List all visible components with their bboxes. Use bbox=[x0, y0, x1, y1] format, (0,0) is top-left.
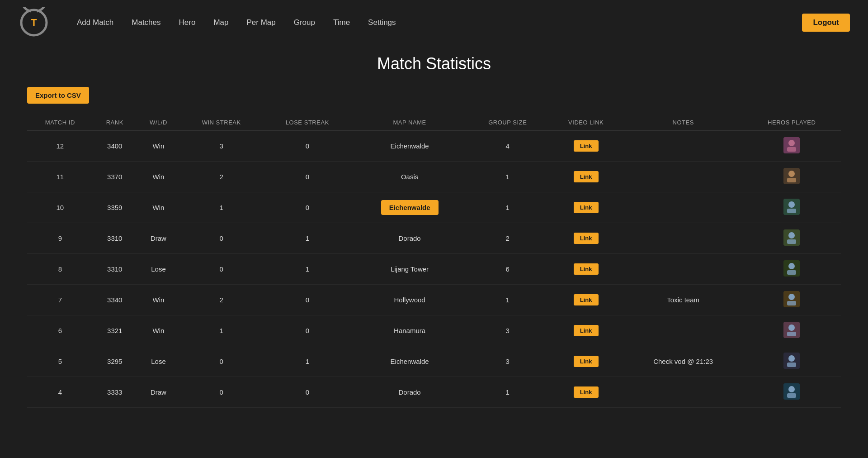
video-link-button[interactable]: Link bbox=[574, 263, 599, 275]
cell-notes: Toxic team bbox=[624, 285, 743, 315]
cell-video-link: Link bbox=[548, 285, 624, 315]
col-wld: W/L/D bbox=[137, 114, 180, 131]
table-row: 5 3295 Lose 0 1 Eichenwalde 3 Link Check… bbox=[27, 346, 841, 377]
nav-matches[interactable]: Matches bbox=[132, 18, 160, 27]
cell-match-id: 12 bbox=[27, 131, 93, 162]
svg-point-21 bbox=[788, 324, 795, 331]
cell-notes bbox=[624, 131, 743, 162]
col-notes: NOTES bbox=[624, 114, 743, 131]
cell-hero-icon bbox=[743, 162, 841, 192]
logo-icon: T bbox=[18, 7, 50, 38]
cell-group-size: 6 bbox=[467, 254, 548, 285]
cell-video-link: Link bbox=[548, 315, 624, 346]
cell-map-name: Hanamura bbox=[352, 315, 467, 346]
cell-hero-icon bbox=[743, 315, 841, 346]
cell-lose-streak: 1 bbox=[262, 223, 352, 254]
cell-win-streak: 0 bbox=[180, 346, 262, 377]
svg-rect-13 bbox=[787, 239, 796, 244]
cell-hero-icon bbox=[743, 346, 841, 377]
cell-notes bbox=[624, 254, 743, 285]
cell-group-size: 1 bbox=[467, 192, 548, 223]
video-link-button[interactable]: Link bbox=[574, 325, 599, 336]
svg-point-24 bbox=[788, 355, 795, 362]
cell-lose-streak: 0 bbox=[262, 315, 352, 346]
cell-group-size: 4 bbox=[467, 131, 548, 162]
logout-button[interactable]: Logout bbox=[802, 14, 850, 32]
cell-lose-streak: 1 bbox=[262, 346, 352, 377]
video-link-button[interactable]: Link bbox=[574, 294, 599, 305]
map-name: Hanamura bbox=[394, 327, 425, 334]
cell-wld: Win bbox=[137, 131, 180, 162]
cell-map-name: Oasis bbox=[352, 162, 467, 192]
table-row: 7 3340 Win 2 0 Hollywood 1 Link Toxic te… bbox=[27, 285, 841, 315]
main-nav: T Add Match Matches Hero Map Per Map Gro… bbox=[0, 0, 868, 45]
svg-point-9 bbox=[788, 201, 795, 208]
cell-win-streak: 1 bbox=[180, 315, 262, 346]
cell-match-id: 10 bbox=[27, 192, 93, 223]
cell-lose-streak: 0 bbox=[262, 377, 352, 408]
nav-settings[interactable]: Settings bbox=[368, 18, 396, 27]
cell-wld: Win bbox=[137, 192, 180, 223]
nav-links: Add Match Matches Hero Map Per Map Group… bbox=[77, 18, 802, 27]
cell-wld: Win bbox=[137, 315, 180, 346]
nav-map[interactable]: Map bbox=[213, 18, 228, 27]
svg-point-18 bbox=[788, 294, 795, 300]
cell-notes bbox=[624, 377, 743, 408]
cell-win-streak: 0 bbox=[180, 254, 262, 285]
cell-map-name: Dorado bbox=[352, 223, 467, 254]
col-rank: RANK bbox=[93, 114, 137, 131]
nav-add-match[interactable]: Add Match bbox=[77, 18, 113, 27]
nav-group[interactable]: Group bbox=[294, 18, 315, 27]
cell-rank: 3310 bbox=[93, 223, 137, 254]
cell-group-size: 1 bbox=[467, 285, 548, 315]
video-link-button[interactable]: Link bbox=[574, 171, 599, 182]
cell-lose-streak: 0 bbox=[262, 162, 352, 192]
nav-per-map[interactable]: Per Map bbox=[246, 18, 275, 27]
cell-hero-icon bbox=[743, 254, 841, 285]
cell-match-id: 9 bbox=[27, 223, 93, 254]
table-row: 12 3400 Win 3 0 Eichenwalde 4 Link bbox=[27, 131, 841, 162]
cell-map-name: Eichenwalde bbox=[352, 346, 467, 377]
svg-point-3 bbox=[788, 140, 795, 146]
map-name: Eichenwalde bbox=[391, 358, 429, 365]
cell-rank: 3359 bbox=[93, 192, 137, 223]
cell-hero-icon bbox=[743, 192, 841, 223]
video-link-button[interactable]: Link bbox=[574, 233, 599, 244]
video-link-button[interactable]: Link bbox=[574, 202, 599, 213]
table-row: 9 3310 Draw 0 1 Dorado 2 Link bbox=[27, 223, 841, 254]
cell-hero-icon bbox=[743, 377, 841, 408]
video-link-button[interactable]: Link bbox=[574, 140, 599, 152]
cell-map-name: Eichenwalde bbox=[352, 192, 467, 223]
cell-video-link: Link bbox=[548, 346, 624, 377]
page-title: Match Statistics bbox=[27, 54, 841, 73]
table-header: MATCH ID RANK W/L/D WIN STREAK LOSE STRE… bbox=[27, 114, 841, 131]
col-match-id: MATCH ID bbox=[27, 114, 93, 131]
map-name: Lijang Tower bbox=[391, 265, 429, 273]
svg-rect-16 bbox=[787, 270, 796, 275]
cell-lose-streak: 0 bbox=[262, 131, 352, 162]
svg-rect-28 bbox=[787, 393, 796, 398]
cell-rank: 3340 bbox=[93, 285, 137, 315]
cell-group-size: 2 bbox=[467, 223, 548, 254]
nav-hero[interactable]: Hero bbox=[179, 18, 196, 27]
svg-point-15 bbox=[788, 263, 795, 269]
cell-win-streak: 0 bbox=[180, 377, 262, 408]
cell-map-name: Lijang Tower bbox=[352, 254, 467, 285]
cell-video-link: Link bbox=[548, 131, 624, 162]
cell-win-streak: 1 bbox=[180, 192, 262, 223]
video-link-button[interactable]: Link bbox=[574, 386, 599, 398]
cell-notes: Check vod @ 21:23 bbox=[624, 346, 743, 377]
cell-map-name: Dorado bbox=[352, 377, 467, 408]
cell-video-link: Link bbox=[548, 192, 624, 223]
cell-wld: Win bbox=[137, 285, 180, 315]
map-name: Oasis bbox=[401, 173, 418, 181]
col-lose-streak: LOSE STREAK bbox=[262, 114, 352, 131]
cell-hero-icon bbox=[743, 223, 841, 254]
export-csv-button[interactable]: Export to CSV bbox=[27, 87, 89, 104]
video-link-button[interactable]: Link bbox=[574, 356, 599, 367]
nav-time[interactable]: Time bbox=[333, 18, 350, 27]
cell-lose-streak: 0 bbox=[262, 192, 352, 223]
cell-lose-streak: 0 bbox=[262, 285, 352, 315]
cell-video-link: Link bbox=[548, 162, 624, 192]
cell-wld: Draw bbox=[137, 377, 180, 408]
